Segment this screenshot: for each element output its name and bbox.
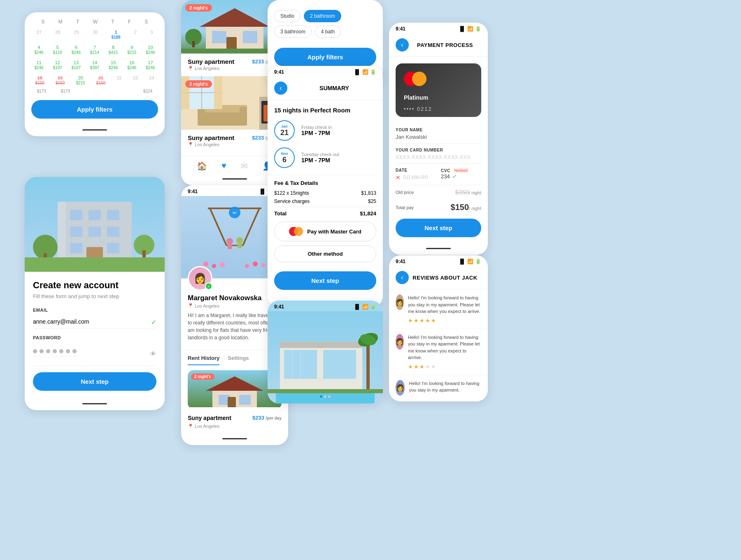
scroll-indicator — [268, 393, 383, 400]
date-error-icon: ✕ — [396, 174, 401, 181]
review-avatar-1: 👩 — [396, 294, 404, 310]
checkout-time: 1PM - 7PM — [301, 157, 339, 163]
review-content-2: Hello! I'm looking forward to having you… — [408, 334, 481, 370]
svg-rect-7 — [89, 226, 101, 237]
your-name-label: YOUR NAME — [396, 128, 481, 132]
svg-rect-68 — [323, 350, 356, 379]
svg-point-46 — [226, 238, 233, 245]
old-price-label: Old price — [396, 190, 414, 195]
checkin-circle: Jan 21 — [274, 120, 295, 141]
summary-title: SUMMARY — [292, 85, 376, 91]
next-step-button[interactable]: Next step — [33, 372, 156, 391]
tab-rent-history[interactable]: Rent History — [188, 355, 219, 365]
checkin-day: 21 — [280, 128, 289, 137]
fee-label-1: $122 x 15nights — [274, 190, 309, 196]
signal-reviews: ▐▌ — [459, 259, 466, 264]
reviews-header: ‹ REVIEWS ABOUT JACK — [389, 266, 488, 289]
time-property: 9:41 — [274, 304, 284, 310]
fee-amount-2: $25 — [368, 198, 376, 204]
card-number-value[interactable]: XXXX-XXXX-XXXX-XXXX-XXX — [396, 154, 481, 164]
chip-2bathroom[interactable]: 2 bathroom — [304, 10, 341, 22]
svg-rect-15 — [142, 250, 146, 257]
email-input[interactable] — [33, 315, 156, 329]
summary-room-title: 15 nights in Perfect Room — [274, 107, 376, 114]
time-summary: 9:41 — [274, 69, 284, 75]
calendar-card: S M T W T F S 27 28 29 30 1$189 2 3 4$24… — [25, 12, 165, 136]
status-icons-reviews: ▐▌ 📶 🔋 — [459, 259, 481, 264]
date-placeholder[interactable]: DD.MM.RR — [403, 175, 428, 180]
review-text-2: Hello! I'm looking forward to having you… — [408, 334, 481, 361]
cvc-label-row: CVC Nedeed — [441, 168, 481, 173]
payment-header: ‹ PAYMENT PROCESS — [389, 33, 488, 57]
checkin-label: Friday check in — [301, 125, 332, 130]
checkout-month: Nov — [281, 152, 288, 156]
tab-settings[interactable]: Settings — [228, 355, 249, 365]
date-column: DATE ✕ DD.MM.RR — [396, 168, 436, 181]
cvc-label: CVC — [441, 168, 450, 173]
message-nav-icon[interactable]: ✉ — [241, 161, 248, 171]
cc-number: •••• 0212 — [404, 106, 473, 112]
svg-rect-33 — [240, 107, 247, 126]
checkout-row: Nov 6 Tuesday check out 1PM - 7PM — [274, 147, 376, 168]
review-item-1: 👩 Hello! I'm looking forward to having y… — [389, 289, 488, 329]
checkin-time: 1PM - 7PM — [301, 130, 332, 136]
next-step-payment-button[interactable]: Next step — [396, 219, 481, 237]
account-title: Create new account — [33, 280, 156, 291]
mastercard-icon — [289, 227, 303, 236]
property-photo-card: 9:41 ▐▌ 📶 🔋 — [268, 301, 383, 404]
back-button-payment[interactable]: ‹ — [396, 38, 409, 51]
svg-rect-9 — [70, 243, 82, 253]
home-indicator — [426, 248, 451, 249]
checkin-month: Jan — [281, 124, 288, 128]
apartment-name-2: Suny apartment — [188, 134, 234, 141]
checkout-info: Tuesday check out 1PM - 7PM — [301, 147, 339, 168]
summary-header: ‹ SUMMARY — [268, 77, 383, 100]
home-indicator — [82, 403, 107, 404]
heart-nav-icon[interactable]: ♥ — [221, 161, 226, 171]
status-bar-property: 9:41 ▐▌ 📶 🔋 — [268, 301, 383, 311]
total-label: Total — [274, 210, 287, 217]
home-indicator — [222, 438, 247, 439]
battery-payment: 🔋 — [475, 26, 481, 32]
svg-rect-66 — [280, 342, 362, 348]
mini-apt-name: Suny apartment — [188, 415, 231, 421]
home-nav-icon[interactable]: 🏠 — [197, 161, 207, 171]
svg-rect-4 — [89, 210, 101, 220]
review-text-3: Hello! I'm looking forward to having you… — [409, 380, 481, 394]
time-profile: 9:41 — [188, 189, 198, 194]
review-avatar-3: 👩 — [396, 380, 405, 396]
review-item-2: 👩 Hello! I'm looking forward to having y… — [389, 329, 488, 375]
date-cvc-row: DATE ✕ DD.MM.RR CVC Nedeed 234 ✓ — [389, 164, 488, 181]
svg-rect-32 — [198, 107, 205, 126]
email-check-icon: ✓ — [151, 318, 156, 326]
back-button-reviews[interactable]: ‹ — [396, 271, 409, 284]
svg-rect-6 — [70, 226, 82, 237]
date-input-row: ✕ DD.MM.RR — [396, 174, 436, 181]
fee-label-2: Service charges — [274, 198, 310, 204]
svg-line-43 — [243, 208, 259, 245]
status-bar-summary: 9:41 ▐▌ 📶 🔋 — [268, 66, 383, 77]
wifi-reviews: 📶 — [467, 259, 473, 264]
svg-text:✏: ✏ — [233, 210, 237, 216]
pay-mastercard-button[interactable]: Pay with Master Card — [274, 222, 376, 241]
apply-filters-button[interactable]: Apply filters — [31, 100, 158, 119]
chip-4bath[interactable]: 4 bath — [315, 26, 341, 38]
old-price-value: $350/ night — [455, 189, 481, 196]
other-method-button[interactable]: Other method — [274, 245, 376, 262]
home-indicator — [82, 129, 107, 131]
apply-filters-main-button[interactable]: Apply filters — [274, 48, 376, 66]
verified-badge: ✓ — [205, 282, 212, 290]
cc-name: Platinum — [404, 94, 473, 101]
status-icons-summary: ▐▌ 📶 🔋 — [354, 69, 376, 75]
svg-line-42 — [210, 208, 226, 245]
battery-property: 🔋 — [370, 304, 376, 310]
chip-studio[interactable]: Studio — [274, 10, 301, 22]
cvc-value[interactable]: 234 — [441, 173, 450, 180]
account-form: Create new account Fill these form and j… — [25, 272, 165, 399]
review-stars-2: ★ ★ ★ ★ ★ — [408, 364, 481, 370]
svg-rect-3 — [70, 210, 82, 220]
chip-3bathroom[interactable]: 3 bathroom — [274, 26, 312, 38]
back-button-summary[interactable]: ‹ — [274, 82, 287, 95]
next-step-summary-button[interactable]: Next step — [274, 271, 376, 290]
password-toggle-icon[interactable]: 👁 — [150, 350, 156, 358]
